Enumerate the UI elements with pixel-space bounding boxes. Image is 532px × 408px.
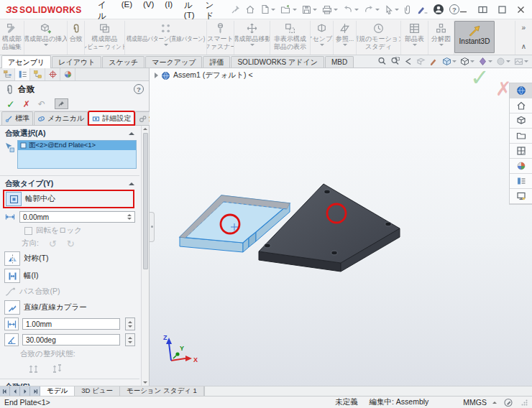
file-explorer-button[interactable] xyxy=(510,129,532,144)
angle-limit-button[interactable] xyxy=(4,333,19,346)
attach-clip-icon[interactable] xyxy=(404,4,412,14)
ribbon-overflow-button[interactable]: » xyxy=(522,24,526,32)
units-caret-icon[interactable] xyxy=(492,402,497,404)
minimize-button[interactable] xyxy=(459,6,467,14)
ribbon-new-motion-study-button[interactable]: 新規のモーションスタディ xyxy=(357,21,401,55)
markup-view-icon[interactable] xyxy=(429,57,439,66)
distance-limit-input[interactable]: 1.00mm xyxy=(22,318,120,330)
dark-plate-part[interactable] xyxy=(259,184,400,272)
scrollbar-thumb[interactable] xyxy=(143,133,148,269)
mate-type-header[interactable]: 合致タイプ(Y) xyxy=(0,178,139,190)
section-view-icon[interactable] xyxy=(416,57,426,66)
mate-selection-listbox[interactable]: 面<2>@End Plate<1> xyxy=(17,140,137,169)
view-palette-button[interactable] xyxy=(510,144,532,159)
prev-tab-button[interactable] xyxy=(10,386,20,396)
angle-stepper[interactable] xyxy=(125,333,135,346)
account-icon[interactable] xyxy=(433,4,444,15)
mechanical-mates-tab[interactable]: メカニカル xyxy=(34,111,88,125)
3d-views-tab[interactable]: 3D ビュー xyxy=(75,386,120,396)
pm-scrollbar[interactable] xyxy=(141,126,149,386)
redo-group[interactable] xyxy=(364,5,380,14)
units-label[interactable]: MMGS xyxy=(463,398,487,407)
ribbon-edit-component-button[interactable]: 構成部品編集 xyxy=(0,21,24,55)
resize-grip[interactable] xyxy=(521,399,528,406)
motion-study-tab[interactable]: モーション スタディ 1 xyxy=(120,386,204,396)
feature-manager-tab[interactable] xyxy=(0,68,15,80)
ok-button[interactable]: ✓ xyxy=(6,99,15,109)
standard-mates-tab[interactable]: 標準 xyxy=(1,111,33,125)
ribbon-collapse-button[interactable]: ∧ xyxy=(521,42,526,50)
offset-distance-input[interactable]: 0.00mm xyxy=(19,211,135,223)
print-group[interactable] xyxy=(322,5,338,14)
undo-button[interactable]: ↶ xyxy=(38,100,45,108)
tab-assembly[interactable]: アセンブリ xyxy=(1,55,51,68)
display-manager-tab[interactable] xyxy=(60,68,75,80)
zoom-fit-icon[interactable] xyxy=(377,57,387,66)
maximize-button[interactable] xyxy=(498,6,506,14)
tree-expand-icon[interactable] xyxy=(155,73,158,78)
ribbon-exploded-view-button[interactable]: 分解図 xyxy=(428,21,454,55)
mate-selection-header[interactable]: 合致選択(A) xyxy=(0,128,139,139)
linear-coupler-button[interactable] xyxy=(4,300,20,315)
ribbon-insert-components-button[interactable]: 構成部品の挿入 xyxy=(24,21,68,55)
distance-limit-button[interactable] xyxy=(4,317,19,330)
ribbon-assembly-features-button[interactable]: アセンブ... xyxy=(311,21,334,55)
tab-layout[interactable]: レイアウト xyxy=(52,56,101,68)
panel-pull-tab[interactable] xyxy=(150,212,155,242)
close-button[interactable] xyxy=(517,6,525,14)
new-doc-group[interactable] xyxy=(260,4,275,14)
undo-group[interactable] xyxy=(343,5,359,14)
ribbon-show-hidden-components-button[interactable]: 非表示構成部品の表示 xyxy=(270,21,311,55)
ribbon-component-pattern-button[interactable]: 構成部品パターン(直線パターン) xyxy=(125,21,207,55)
hide-show-items-dropdown[interactable] xyxy=(478,57,492,66)
selected-face-item[interactable]: 面<2>@End Plate<1> xyxy=(18,141,136,150)
lock-rotation-checkbox[interactable] xyxy=(24,227,32,235)
ribbon-mate-button[interactable]: 合致 xyxy=(68,21,85,55)
flyout-feature-tree[interactable]: Assem1 (デフォルト) < xyxy=(155,70,253,80)
model-tab[interactable]: モデル xyxy=(40,386,75,396)
view-orientation-dropdown[interactable] xyxy=(460,57,474,66)
anti-aligned-icon[interactable] xyxy=(51,362,63,374)
tab-mbd[interactable]: MBD xyxy=(325,56,354,68)
angle-limit-input[interactable]: 30.00deg xyxy=(22,334,120,346)
dual-pane-button[interactable] xyxy=(478,6,487,14)
profile-center-button[interactable] xyxy=(6,192,22,206)
tree-item-label[interactable]: Assem1 (デフォルト) < xyxy=(173,70,253,80)
sketch-pen-icon[interactable] xyxy=(417,5,428,14)
tag-editor-icon[interactable] xyxy=(504,398,514,407)
advanced-mates-tab[interactable]: 詳細設定 xyxy=(88,111,134,125)
sw-resources-button[interactable] xyxy=(510,83,532,98)
tab-sketch[interactable]: スケッチ xyxy=(102,56,145,68)
rotate-ccw-icon[interactable]: ↺ xyxy=(49,239,57,249)
custom-properties-button[interactable] xyxy=(510,174,532,189)
ribbon-reference-geometry-button[interactable]: 参照... xyxy=(334,21,357,55)
document-manager-button[interactable] xyxy=(510,189,532,204)
tab-evaluate[interactable]: 評価 xyxy=(203,56,230,68)
dimxpert-manager-tab[interactable] xyxy=(45,68,60,80)
edit-appearance-dropdown[interactable] xyxy=(496,57,510,66)
previous-view-icon[interactable] xyxy=(403,57,413,66)
menu-pin-icon[interactable] xyxy=(231,5,240,14)
profile-center-mate-row[interactable]: 輪郭中心 xyxy=(4,190,134,208)
home-icon[interactable] xyxy=(245,4,255,14)
ribbon-component-preview-button[interactable]: 構成部品プレビュー ウィンドウ xyxy=(85,21,125,55)
configuration-manager-tab[interactable] xyxy=(30,68,45,80)
ribbon-smart-fasteners-button[interactable]: スマートファスナー xyxy=(207,21,234,55)
ribbon-instant3d-button[interactable]: Instant3D xyxy=(454,21,495,53)
save-group[interactable] xyxy=(302,5,317,14)
cancel-button[interactable]: ✗ xyxy=(23,100,30,108)
open-group[interactable] xyxy=(280,5,297,14)
ribbon-move-component-button[interactable]: 構成部品移動 xyxy=(234,21,270,55)
appearances-button[interactable] xyxy=(510,159,532,174)
ribbon-bom-button[interactable]: 部品表 xyxy=(401,21,428,55)
next-tab-button[interactable] xyxy=(20,386,30,396)
display-style-dropdown[interactable] xyxy=(442,57,457,66)
distance-stepper[interactable] xyxy=(125,317,135,330)
last-tab-button[interactable] xyxy=(30,386,40,396)
symmetric-button[interactable] xyxy=(4,251,20,266)
select-group[interactable] xyxy=(385,5,399,14)
first-tab-button[interactable] xyxy=(0,386,10,396)
design-library-button[interactable] xyxy=(510,113,532,129)
apply-scene-dropdown[interactable] xyxy=(514,57,528,66)
home-pane-button[interactable] xyxy=(510,98,532,113)
